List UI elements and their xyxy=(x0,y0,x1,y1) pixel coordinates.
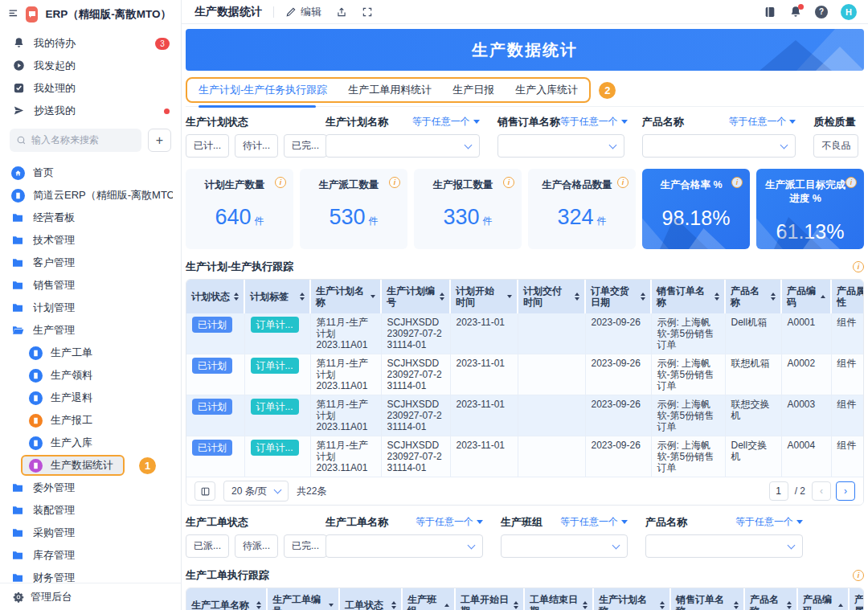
column-header-11[interactable]: 产品属性 xyxy=(831,280,863,313)
info-icon[interactable]: i xyxy=(845,177,857,188)
info-icon[interactable]: i xyxy=(853,570,864,581)
prev-page-button[interactable]: ‹ xyxy=(812,481,831,501)
share-button[interactable] xyxy=(336,6,347,18)
filter-operator-dropdown[interactable]: 等于任意一个 xyxy=(735,515,803,529)
tab-workorder-material-stats[interactable]: 生产工单用料统计 xyxy=(348,83,432,97)
sidebar-item-production-inbound[interactable]: 生产入库 xyxy=(0,432,181,454)
filter-option-button[interactable]: 已完... xyxy=(284,134,327,158)
notifications-button[interactable] xyxy=(789,6,802,18)
sidebar-item-production-workorder[interactable]: 生产工单 xyxy=(0,342,181,364)
sidebar-item-production-report[interactable]: 生产报工 xyxy=(0,409,181,432)
filter-operator-dropdown[interactable]: 等于任意一个 xyxy=(560,515,628,529)
current-page[interactable]: 1 xyxy=(769,481,788,501)
column-header-3[interactable]: 工单状态 xyxy=(339,588,402,610)
column-header-4[interactable]: 生产计划编号 xyxy=(381,280,450,313)
sidebar-item-my-todo[interactable]: 我的待办3 xyxy=(0,32,181,55)
filter-select[interactable] xyxy=(497,134,624,158)
info-icon[interactable]: i xyxy=(275,177,286,188)
sidebar-item-home[interactable]: 首页 xyxy=(0,162,181,184)
collapse-sidebar-icon[interactable] xyxy=(8,8,18,21)
filter-option-button[interactable]: 待派... xyxy=(235,534,278,558)
edit-button[interactable]: 编辑 xyxy=(285,5,321,19)
column-header-9[interactable]: 产品名称 xyxy=(725,280,781,313)
filter-operator-dropdown[interactable]: 等于任意一个 xyxy=(412,115,480,129)
filter-operator-dropdown[interactable]: 等于任意一个 xyxy=(416,515,483,529)
sidebar-item-production-picking[interactable]: 生产领料 xyxy=(0,364,181,387)
sidebar-item-customer-mgmt[interactable]: 客户管理 xyxy=(0,252,181,274)
sidebar-item-cc-to-me[interactable]: 抄送我的 xyxy=(0,100,181,122)
sidebar-item-finance-mgmt[interactable]: 财务管理 xyxy=(0,567,181,583)
filter-select[interactable] xyxy=(326,134,480,158)
user-avatar[interactable]: H xyxy=(841,4,857,20)
tab-plan-task-tracking[interactable]: 生产计划-生产任务执行跟踪 xyxy=(199,83,327,97)
sidebar-item-production-stats[interactable]: 生产数据统计1 xyxy=(0,454,181,477)
sidebar-item-label: 生产退料 xyxy=(51,391,92,405)
kpi-value: 530件 xyxy=(329,205,378,230)
table-row[interactable]: 已计划订单计...第11月-生产计划 2023.11A01SCJHXSDD230… xyxy=(186,354,863,395)
filter-operator-dropdown[interactable]: 等于任意一个 xyxy=(728,115,796,129)
column-settings-button[interactable] xyxy=(194,481,215,501)
sidebar-item-outsourcing-mgmt[interactable]: 委外管理 xyxy=(0,477,181,499)
filter-select[interactable] xyxy=(642,134,796,158)
column-header-1[interactable]: 计划状态 xyxy=(186,280,244,313)
column-header-2[interactable]: 计划标签 xyxy=(244,280,310,313)
filter-select[interactable] xyxy=(501,534,628,558)
column-header-11[interactable]: 产品属性 xyxy=(849,588,863,610)
status-tag: 已计划 xyxy=(192,317,232,333)
info-icon[interactable]: i xyxy=(503,177,514,188)
sidebar-item-production-return[interactable]: 生产退料 xyxy=(0,387,181,409)
column-header-6[interactable]: 工单结束日期 xyxy=(524,588,593,610)
sidebar-item-my-processed[interactable]: 我处理的 xyxy=(0,77,181,100)
next-page-button[interactable]: › xyxy=(836,481,855,501)
sidebar-item-tech-mgmt[interactable]: 技术管理 xyxy=(0,229,181,252)
sidebar-item-admin-console[interactable]: 管理后台 xyxy=(0,583,181,610)
sidebar-item-plan-mgmt[interactable]: 计划管理 xyxy=(0,297,181,319)
column-header-7[interactable]: 订单交货日期 xyxy=(585,280,651,313)
column-header-10[interactable]: 产品编码 xyxy=(797,588,849,610)
page-size-select[interactable]: 20 条/页 xyxy=(223,481,289,502)
add-app-button[interactable]: + xyxy=(148,129,171,152)
filter-operator-dropdown[interactable]: 等于任意一个 xyxy=(560,115,628,129)
tab-daily-report[interactable]: 生产日报 xyxy=(452,83,494,97)
info-icon[interactable]: i xyxy=(731,177,743,188)
table-row[interactable]: 已计划订单计...第11月-生产计划 2023.11A01SCJHXSDD230… xyxy=(186,436,863,477)
filter-option-button[interactable]: 不良品 xyxy=(813,134,858,158)
help-button[interactable]: ? xyxy=(815,6,828,18)
fullscreen-button[interactable] xyxy=(362,6,373,18)
sidebar-item-assembly-mgmt[interactable]: 装配管理 xyxy=(0,499,181,522)
column-header-6[interactable]: 计划交付时间 xyxy=(518,280,585,313)
column-header-7[interactable]: 生产计划名称 xyxy=(593,588,670,610)
column-header-5[interactable]: 计划开始时间 xyxy=(450,280,518,313)
filter-option-button[interactable]: 已完... xyxy=(284,534,327,558)
table-row[interactable]: 已计划订单计...第11月-生产计划 2023.11A01SCJHXSDD230… xyxy=(186,395,863,436)
table-row[interactable]: 已计划订单计...第11月-生产计划 2023.11A01SCJHXSDD230… xyxy=(186,313,863,354)
journal-button[interactable] xyxy=(764,6,776,18)
column-header-9[interactable]: 产品名称 xyxy=(744,588,797,610)
column-header-2[interactable]: 生产工单编号 xyxy=(267,588,339,610)
filter-option-button[interactable]: 已派... xyxy=(186,534,229,558)
column-header-8[interactable]: 销售订单名称 xyxy=(651,280,725,313)
sidebar-item-sales-mgmt[interactable]: 销售管理 xyxy=(0,274,181,297)
filter-select[interactable] xyxy=(645,534,803,558)
column-header-10[interactable]: 产品编码 xyxy=(781,280,831,313)
filter-option-button[interactable]: 已计... xyxy=(186,134,229,158)
sidebar-item-business-board[interactable]: 经营看板 xyxy=(0,207,181,229)
sidebar-item-jdy-erp[interactable]: 简道云ERP（精细版-离散MTO）「... xyxy=(0,184,181,207)
sidebar-item-purchase-mgmt[interactable]: 采购管理 xyxy=(0,522,181,544)
sidebar-item-inventory-mgmt[interactable]: 库存管理 xyxy=(0,544,181,567)
info-icon[interactable]: i xyxy=(617,177,628,188)
column-header-1[interactable]: 生产工单名称 xyxy=(186,588,267,610)
filter-select[interactable] xyxy=(326,534,483,558)
sidebar-item-my-initiated[interactable]: 我发起的 xyxy=(0,55,181,77)
filter-option-button[interactable]: 待计... xyxy=(235,134,278,158)
column-header-8[interactable]: 销售订单名称 xyxy=(670,588,744,610)
column-header-5[interactable]: 工单开始日期 xyxy=(455,588,524,610)
info-icon[interactable]: i xyxy=(853,261,864,272)
sidebar-item-production-mgmt[interactable]: 生产管理 xyxy=(0,319,181,342)
column-header-4[interactable]: 生产班组 xyxy=(402,588,455,610)
tab-inbound-stats[interactable]: 生产入库统计 xyxy=(515,83,578,97)
info-icon[interactable]: i xyxy=(389,177,400,188)
search-input[interactable]: 输入名称来搜索 xyxy=(10,129,141,152)
column-header-3[interactable]: 生产计划名称 xyxy=(310,280,381,313)
sidebar-item-label: 生产工单 xyxy=(51,346,92,360)
